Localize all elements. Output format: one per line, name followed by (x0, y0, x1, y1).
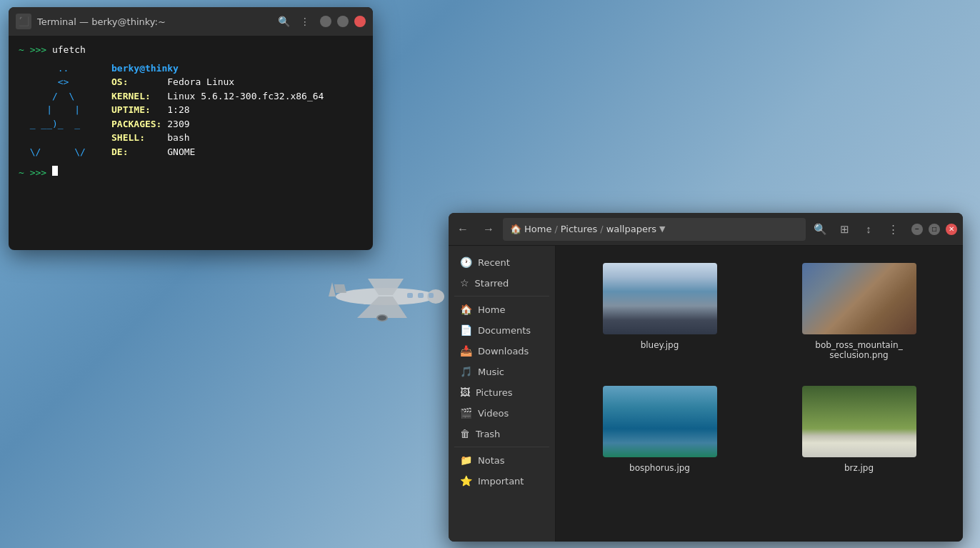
terminal-titlebar: ⬛ Terminal — berky@thinky:~ 🔍 ⋮ − □ (9, 7, 373, 36)
breadcrumb: 🏠 Home / Pictures / wallpapers ▼ (503, 218, 806, 241)
filename-brz: brz.jpg (844, 463, 874, 473)
sidebar-item-videos[interactable]: 🎬 Videos (451, 403, 552, 423)
close-button[interactable] (354, 16, 366, 27)
terminal-title: Terminal — berky@thinky:~ (37, 16, 166, 27)
recent-icon: 🕐 (460, 256, 472, 268)
breadcrumb-pictures[interactable]: Pictures (561, 224, 597, 234)
file-item-bob-ross[interactable]: bob_ross_mountain_seclusion.png (766, 257, 951, 366)
thumbnail-brz (802, 386, 916, 457)
file-manager-window: ← → 🏠 Home / Pictures / wallpapers ▼ 🔍 ⊞… (449, 213, 963, 542)
sidebar-item-home[interactable]: 🏠 Home (451, 299, 552, 319)
username-display: berky@thinky (111, 61, 179, 76)
starred-icon: ☆ (460, 277, 469, 289)
svg-marker-5 (334, 284, 346, 293)
file-item-brz[interactable]: brz.jpg (766, 380, 951, 479)
sidebar-item-notas[interactable]: 📁 Notas (451, 450, 552, 470)
fm-sidebar: 🕐 Recent ☆ Starred 🏠 Home 📄 Documents 📥 … (449, 246, 556, 542)
fm-close-button[interactable]: ✕ (946, 224, 957, 235)
sidebar-item-pictures[interactable]: 🖼 Pictures (451, 382, 552, 402)
sidebar-item-documents[interactable]: 📄 Documents (451, 320, 552, 340)
maximize-button[interactable]: □ (337, 16, 349, 27)
sidebar-item-recent[interactable]: 🕐 Recent (451, 252, 552, 272)
breadcrumb-wallpapers[interactable]: wallpapers ▼ (606, 224, 666, 234)
breadcrumb-dropdown-icon[interactable]: ▼ (659, 224, 665, 234)
svg-rect-6 (407, 293, 413, 298)
view-toggle-button[interactable]: ⊞ (833, 218, 856, 241)
home-icon: 🏠 (510, 224, 521, 234)
trash-icon: 🗑 (460, 428, 470, 439)
svg-point-10 (378, 316, 386, 321)
svg-rect-8 (429, 293, 434, 298)
pictures-icon: 🖼 (460, 387, 470, 398)
file-item-bosphorus[interactable]: bosphorus.jpg (567, 380, 752, 479)
breadcrumb-home[interactable]: 🏠 Home (510, 224, 551, 234)
file-item-bluey[interactable]: bluey.jpg (567, 257, 752, 366)
music-icon: 🎵 (460, 366, 472, 377)
minimize-button[interactable]: − (320, 16, 331, 27)
filename-bosphorus: bosphorus.jpg (629, 463, 690, 473)
sort-button[interactable]: ↕ (857, 218, 880, 241)
fm-minimize-button[interactable]: − (911, 224, 923, 235)
downloads-icon: 📥 (460, 345, 472, 357)
terminal-window: ⬛ Terminal — berky@thinky:~ 🔍 ⋮ − □ ~ >>… (9, 7, 373, 250)
thumbnail-bluey (603, 263, 717, 334)
sidebar-item-downloads[interactable]: 📥 Downloads (451, 341, 552, 361)
airplane-decoration (314, 250, 457, 336)
menu-button[interactable]: ⋮ (881, 218, 904, 241)
menu-icon[interactable]: ⋮ (300, 16, 310, 27)
thumbnail-bosphorus (603, 386, 717, 457)
sidebar-item-important[interactable]: ⭐ Important (451, 471, 552, 491)
terminal-body[interactable]: ~ >>> ufetch .. berky@thinky <> OS: Fedo… (9, 36, 373, 250)
forward-button[interactable]: → (477, 218, 500, 241)
notas-icon: 📁 (460, 454, 472, 466)
svg-rect-7 (418, 293, 424, 298)
sidebar-item-trash[interactable]: 🗑 Trash (451, 424, 552, 444)
home-nav-icon: 🏠 (460, 304, 472, 315)
documents-icon: 📄 (460, 324, 472, 336)
videos-icon: 🎬 (460, 407, 472, 419)
filename-bluey: bluey.jpg (641, 340, 679, 350)
fm-titlebar: ← → 🏠 Home / Pictures / wallpapers ▼ 🔍 ⊞… (449, 213, 963, 246)
search-icon[interactable]: 🔍 (278, 16, 290, 27)
cursor (52, 166, 58, 176)
fm-content: 🕐 Recent ☆ Starred 🏠 Home 📄 Documents 📥 … (449, 246, 963, 542)
terminal-icon: ⬛ (16, 14, 31, 29)
sidebar-item-starred[interactable]: ☆ Starred (451, 273, 552, 293)
search-button[interactable]: 🔍 (809, 218, 831, 241)
back-button[interactable]: ← (451, 218, 474, 241)
sidebar-item-music[interactable]: 🎵 Music (451, 362, 552, 382)
thumbnail-bob-ross (802, 263, 916, 334)
filename-bob-ross: bob_ross_mountain_seclusion.png (815, 340, 902, 360)
fm-maximize-button[interactable]: □ (929, 224, 940, 235)
fm-main: bluey.jpg bob_ross_mountain_seclusion.pn… (556, 246, 963, 542)
important-icon: ⭐ (460, 475, 472, 487)
